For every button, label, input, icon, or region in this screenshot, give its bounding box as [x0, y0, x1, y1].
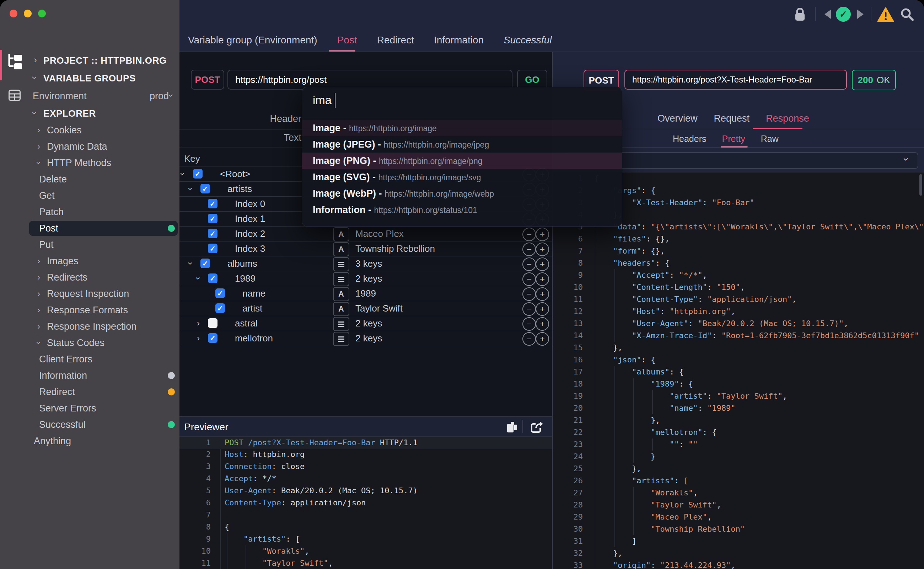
sidebar-item-request-inspection[interactable]: ›Request Inspection	[0, 286, 179, 302]
sidebar-variable-groups-row[interactable]: › VARIABLE GROUPS	[0, 69, 179, 87]
sidebar-item-post[interactable]: Post	[0, 220, 179, 236]
type-object-icon[interactable]	[333, 317, 349, 331]
response-subtab-pretty[interactable]: Pretty	[722, 134, 745, 144]
add-row-button[interactable]: +	[536, 257, 549, 271]
add-row-button[interactable]: +	[536, 242, 549, 256]
response-subtab-raw[interactable]: Raw	[761, 134, 778, 144]
remove-row-button[interactable]: −	[522, 317, 536, 331]
chevron-down-icon[interactable]: ›	[178, 172, 188, 175]
chevron-right-icon[interactable]: ›	[197, 318, 200, 328]
remove-row-button[interactable]: −	[522, 228, 536, 241]
share-icon[interactable]	[531, 421, 543, 433]
remove-row-button[interactable]: −	[522, 302, 536, 316]
copy-icon[interactable]	[507, 421, 519, 433]
tab-variable-group-environment-[interactable]: Variable group (Environment)	[188, 35, 317, 46]
add-row-button[interactable]: +	[536, 272, 549, 286]
autocomplete-item-image[interactable]: Image - https://httpbin.org/image	[302, 120, 622, 136]
close-window-button[interactable]	[10, 10, 17, 17]
sidebar-environment-row[interactable]: Environment prod ›	[0, 87, 179, 105]
type-object-icon[interactable]	[333, 332, 349, 346]
nav-forward-icon[interactable]	[857, 10, 863, 19]
tree-checkbox[interactable]: ✓	[215, 303, 225, 313]
response-tab-overview[interactable]: Overview	[657, 113, 698, 124]
tree-row-name[interactable]: ✓nameA1989−+	[179, 286, 552, 301]
tree-row-mellotron[interactable]: ›✓mellotron2 keys−+	[179, 331, 552, 346]
sidebar-item-redirect[interactable]: Redirect	[0, 384, 179, 400]
remove-row-button[interactable]: −	[522, 332, 536, 346]
request-success-check-icon[interactable]: ✓	[836, 7, 851, 22]
type-string-icon[interactable]: A	[333, 242, 349, 256]
tree-checkbox[interactable]: ✓	[208, 333, 217, 343]
autocomplete-query-input[interactable]: ima	[313, 94, 332, 107]
remove-row-button[interactable]: −	[522, 242, 536, 256]
minimize-window-button[interactable]	[24, 10, 32, 17]
response-url-input[interactable]	[624, 70, 847, 90]
response-body-code[interactable]: 1{2"args": {3"X-Test-Header": "Foo-Bar"4…	[552, 172, 924, 569]
add-row-button[interactable]: +	[536, 332, 549, 346]
tree-row-astral[interactable]: ›astral2 keys−+	[179, 316, 552, 331]
add-row-button[interactable]: +	[536, 302, 549, 316]
sidebar-item-response-inspection[interactable]: ›Response Inspection	[0, 318, 179, 335]
sidebar-item-http-methods[interactable]: ›HTTP Methods	[0, 155, 179, 171]
chevron-right-icon[interactable]: ›	[197, 333, 200, 343]
sidebar-item-patch[interactable]: Patch	[0, 204, 179, 220]
tree-checkbox[interactable]: ✓	[208, 229, 217, 238]
autocomplete-item-information[interactable]: Information - https://httpbin.org/status…	[302, 202, 622, 218]
tab-information[interactable]: Information	[434, 35, 484, 46]
lock-icon[interactable]	[794, 8, 806, 21]
zoom-window-button[interactable]	[38, 10, 46, 17]
sidebar-item-status-codes[interactable]: ›Status Codes	[0, 335, 179, 351]
remove-row-button[interactable]: −	[522, 288, 536, 301]
tree-checkbox[interactable]: ✓	[200, 259, 210, 268]
tree-checkbox[interactable]	[208, 318, 217, 328]
sidebar-item-images[interactable]: ›Images	[0, 253, 179, 269]
sidebar-item-client-errors[interactable]: Client Errors	[0, 351, 179, 367]
autocomplete-item-image-jpeg-[interactable]: Image (JPEG) - https://httpbin.org/image…	[302, 136, 622, 152]
sidebar-item-response-formats[interactable]: ›Response Formats	[0, 302, 179, 318]
tree-checkbox[interactable]: ✓	[193, 169, 203, 178]
nav-back-icon[interactable]	[824, 10, 831, 19]
remove-row-button[interactable]: −	[522, 272, 536, 286]
previewer-code[interactable]: 1POST /post?X-Test-Header=Foo-Bar HTTP/1…	[179, 437, 552, 569]
add-row-button[interactable]: +	[536, 317, 549, 331]
add-row-button[interactable]: +	[536, 288, 549, 301]
sidebar-explorer-row[interactable]: › EXPLORER	[0, 105, 179, 122]
sidebar-project-row[interactable]: › PROJECT :: HTTPBIN.ORG	[0, 52, 179, 69]
type-string-icon[interactable]: A	[333, 287, 349, 301]
chevron-down-icon[interactable]: ›	[185, 262, 196, 265]
tab-successful[interactable]: Successful	[504, 35, 552, 46]
tree-checkbox[interactable]: ✓	[215, 288, 225, 298]
sidebar-item-delete[interactable]: Delete	[0, 171, 179, 187]
search-icon[interactable]	[900, 7, 914, 21]
request-method-button[interactable]: POST	[191, 70, 224, 90]
tree-checkbox[interactable]: ✓	[200, 184, 210, 193]
response-tab-request[interactable]: Request	[714, 113, 750, 124]
sidebar-item-dynamic-data[interactable]: ›Dynamic Data	[0, 138, 179, 155]
sidebar-item-server-errors[interactable]: Server Errors	[0, 400, 179, 417]
add-row-button[interactable]: +	[536, 228, 549, 241]
tree-row-1989[interactable]: ›✓19892 keys−+	[179, 271, 552, 286]
tree-row-albums[interactable]: ›✓albums3 keys−+	[179, 256, 552, 271]
type-object-icon[interactable]	[333, 257, 349, 271]
chevron-down-icon[interactable]: ›	[185, 187, 196, 190]
tree-row-index-3[interactable]: ✓Index 3ATownship Rebellion−+	[179, 241, 552, 256]
sidebar-item-anything[interactable]: Anything	[0, 433, 179, 449]
tab-redirect[interactable]: Redirect	[377, 35, 414, 46]
type-object-icon[interactable]	[333, 272, 349, 286]
type-string-icon[interactable]: A	[333, 302, 349, 316]
autocomplete-item-image-webp-[interactable]: Image (WebP) - https://httpbin.org/image…	[302, 185, 622, 202]
warning-icon[interactable]	[877, 7, 894, 22]
tree-checkbox[interactable]: ✓	[208, 199, 217, 208]
tab-post[interactable]: Post	[337, 35, 357, 46]
type-string-icon[interactable]: A	[333, 227, 349, 242]
sidebar-item-successful[interactable]: Successful	[0, 417, 179, 433]
tree-checkbox[interactable]: ✓	[208, 274, 217, 283]
sidebar-item-information[interactable]: Information	[0, 367, 179, 384]
tree-checkbox[interactable]: ✓	[208, 214, 217, 223]
response-subtab-headers[interactable]: Headers	[673, 134, 707, 144]
autocomplete-item-image-svg-[interactable]: Image (SVG) - https://httpbin.org/image/…	[302, 169, 622, 185]
sidebar-item-put[interactable]: Put	[0, 236, 179, 253]
tree-row-artist[interactable]: ✓artistATaylor Swift−+	[179, 301, 552, 316]
sidebar-item-get[interactable]: Get	[0, 187, 179, 204]
remove-row-button[interactable]: −	[522, 257, 536, 271]
